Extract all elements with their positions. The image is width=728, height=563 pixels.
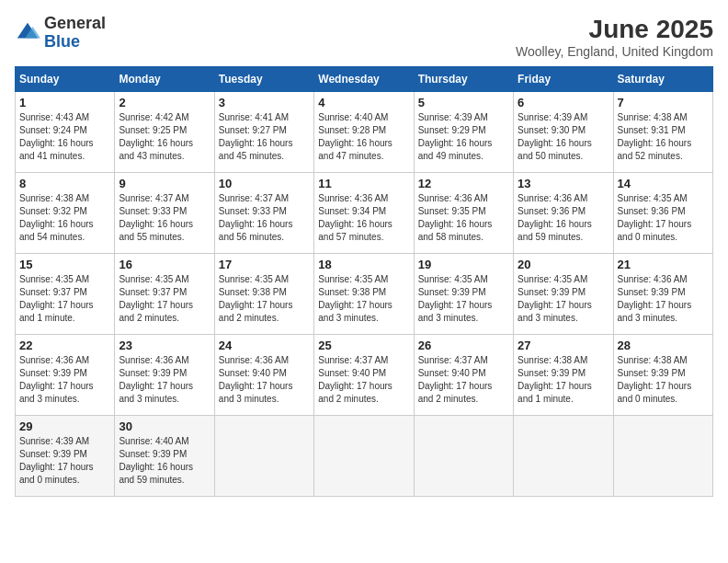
day-number: 10 — [219, 177, 310, 190]
calendar-cell: 13Sunrise: 4:36 AM Sunset: 9:36 PM Dayli… — [514, 173, 613, 254]
day-info: Sunrise: 4:38 AM Sunset: 9:32 PM Dayligh… — [19, 192, 110, 244]
day-info: Sunrise: 4:39 AM Sunset: 9:39 PM Dayligh… — [19, 435, 110, 487]
day-header-monday: Monday — [115, 67, 214, 92]
day-info: Sunrise: 4:35 AM Sunset: 9:37 PM Dayligh… — [19, 273, 110, 325]
day-info: Sunrise: 4:43 AM Sunset: 9:24 PM Dayligh… — [19, 111, 110, 163]
day-info: Sunrise: 4:36 AM Sunset: 9:39 PM Dayligh… — [19, 354, 110, 406]
day-number: 23 — [119, 339, 210, 352]
logo-general: General — [44, 15, 106, 33]
logo-icon — [15, 20, 40, 46]
day-number: 16 — [119, 258, 210, 271]
day-info: Sunrise: 4:37 AM Sunset: 9:40 PM Dayligh… — [318, 354, 409, 406]
day-number: 3 — [219, 96, 310, 109]
day-number: 12 — [418, 177, 509, 190]
day-info: Sunrise: 4:41 AM Sunset: 9:27 PM Dayligh… — [219, 111, 310, 163]
calendar-week-1: 1Sunrise: 4:43 AM Sunset: 9:24 PM Daylig… — [16, 92, 713, 173]
day-number: 1 — [19, 96, 110, 109]
day-info: Sunrise: 4:35 AM Sunset: 9:38 PM Dayligh… — [318, 273, 409, 325]
calendar-cell: 23Sunrise: 4:36 AM Sunset: 9:39 PM Dayli… — [115, 335, 214, 416]
day-number: 4 — [318, 96, 409, 109]
calendar-cell: 6Sunrise: 4:39 AM Sunset: 9:30 PM Daylig… — [514, 92, 613, 173]
calendar-table: SundayMondayTuesdayWednesdayThursdayFrid… — [15, 66, 713, 497]
day-info: Sunrise: 4:35 AM Sunset: 9:39 PM Dayligh… — [518, 273, 609, 325]
calendar-cell: 18Sunrise: 4:35 AM Sunset: 9:38 PM Dayli… — [314, 254, 414, 335]
day-info: Sunrise: 4:36 AM Sunset: 9:39 PM Dayligh… — [618, 273, 709, 325]
logo-blue: Blue — [44, 33, 106, 52]
day-info: Sunrise: 4:40 AM Sunset: 9:39 PM Dayligh… — [119, 435, 210, 487]
calendar-week-3: 15Sunrise: 4:35 AM Sunset: 9:37 PM Dayli… — [16, 254, 713, 335]
calendar-body: 1Sunrise: 4:43 AM Sunset: 9:24 PM Daylig… — [16, 92, 713, 497]
calendar-cell: 3Sunrise: 4:41 AM Sunset: 9:27 PM Daylig… — [214, 92, 313, 173]
day-number: 28 — [618, 339, 709, 352]
day-info: Sunrise: 4:35 AM Sunset: 9:38 PM Dayligh… — [219, 273, 310, 325]
calendar-cell — [613, 416, 712, 497]
day-info: Sunrise: 4:37 AM Sunset: 9:33 PM Dayligh… — [219, 192, 310, 244]
day-number: 8 — [19, 177, 110, 190]
page-header: General Blue June 2025 Woolley, England,… — [15, 15, 713, 59]
calendar-cell: 10Sunrise: 4:37 AM Sunset: 9:33 PM Dayli… — [214, 173, 313, 254]
calendar-cell: 1Sunrise: 4:43 AM Sunset: 9:24 PM Daylig… — [16, 92, 115, 173]
day-number: 7 — [618, 96, 709, 109]
calendar-week-2: 8Sunrise: 4:38 AM Sunset: 9:32 PM Daylig… — [16, 173, 713, 254]
calendar-cell: 4Sunrise: 4:40 AM Sunset: 9:28 PM Daylig… — [314, 92, 414, 173]
day-number: 29 — [19, 419, 110, 433]
day-header-wednesday: Wednesday — [314, 67, 414, 92]
day-header-saturday: Saturday — [613, 67, 712, 92]
day-info: Sunrise: 4:36 AM Sunset: 9:36 PM Dayligh… — [518, 192, 609, 244]
day-number: 22 — [19, 339, 110, 352]
calendar-cell: 29Sunrise: 4:39 AM Sunset: 9:39 PM Dayli… — [16, 416, 115, 497]
day-number: 19 — [418, 258, 509, 271]
calendar-cell: 16Sunrise: 4:35 AM Sunset: 9:37 PM Dayli… — [115, 254, 214, 335]
calendar-cell: 30Sunrise: 4:40 AM Sunset: 9:39 PM Dayli… — [115, 416, 214, 497]
day-info: Sunrise: 4:38 AM Sunset: 9:31 PM Dayligh… — [618, 111, 709, 163]
calendar-cell: 5Sunrise: 4:39 AM Sunset: 9:29 PM Daylig… — [414, 92, 513, 173]
day-info: Sunrise: 4:36 AM Sunset: 9:39 PM Dayligh… — [119, 354, 210, 406]
day-number: 15 — [19, 258, 110, 271]
calendar-cell — [214, 416, 313, 497]
calendar-cell: 11Sunrise: 4:36 AM Sunset: 9:34 PM Dayli… — [314, 173, 414, 254]
day-number: 30 — [119, 419, 210, 433]
day-info: Sunrise: 4:42 AM Sunset: 9:25 PM Dayligh… — [119, 111, 210, 163]
day-info: Sunrise: 4:36 AM Sunset: 9:34 PM Dayligh… — [318, 192, 409, 244]
day-number: 26 — [418, 339, 509, 352]
calendar-header: SundayMondayTuesdayWednesdayThursdayFrid… — [16, 67, 713, 92]
day-number: 25 — [318, 339, 409, 352]
title-block: June 2025 Woolley, England, United Kingd… — [516, 15, 713, 59]
day-info: Sunrise: 4:39 AM Sunset: 9:29 PM Dayligh… — [418, 111, 509, 163]
calendar-week-5: 29Sunrise: 4:39 AM Sunset: 9:39 PM Dayli… — [16, 416, 713, 497]
day-number: 13 — [518, 177, 609, 190]
calendar-cell: 21Sunrise: 4:36 AM Sunset: 9:39 PM Dayli… — [613, 254, 712, 335]
calendar-cell: 28Sunrise: 4:38 AM Sunset: 9:39 PM Dayli… — [613, 335, 712, 416]
day-number: 17 — [219, 258, 310, 271]
calendar-cell — [314, 416, 414, 497]
day-header-friday: Friday — [514, 67, 613, 92]
day-number: 18 — [318, 258, 409, 271]
calendar-week-4: 22Sunrise: 4:36 AM Sunset: 9:39 PM Dayli… — [16, 335, 713, 416]
calendar-cell: 24Sunrise: 4:36 AM Sunset: 9:40 PM Dayli… — [214, 335, 313, 416]
calendar-cell: 17Sunrise: 4:35 AM Sunset: 9:38 PM Dayli… — [214, 254, 313, 335]
day-number: 5 — [418, 96, 509, 109]
calendar-cell: 15Sunrise: 4:35 AM Sunset: 9:37 PM Dayli… — [16, 254, 115, 335]
location: Woolley, England, United Kingdom — [516, 44, 713, 59]
day-info: Sunrise: 4:35 AM Sunset: 9:36 PM Dayligh… — [618, 192, 709, 244]
calendar-cell: 19Sunrise: 4:35 AM Sunset: 9:39 PM Dayli… — [414, 254, 513, 335]
day-info: Sunrise: 4:35 AM Sunset: 9:37 PM Dayligh… — [119, 273, 210, 325]
day-header-thursday: Thursday — [414, 67, 513, 92]
day-info: Sunrise: 4:37 AM Sunset: 9:40 PM Dayligh… — [418, 354, 509, 406]
day-number: 14 — [618, 177, 709, 190]
day-number: 20 — [518, 258, 609, 271]
calendar-cell: 25Sunrise: 4:37 AM Sunset: 9:40 PM Dayli… — [314, 335, 414, 416]
day-number: 2 — [119, 96, 210, 109]
day-info: Sunrise: 4:39 AM Sunset: 9:30 PM Dayligh… — [518, 111, 609, 163]
calendar-cell: 27Sunrise: 4:38 AM Sunset: 9:39 PM Dayli… — [514, 335, 613, 416]
calendar-cell: 14Sunrise: 4:35 AM Sunset: 9:36 PM Dayli… — [613, 173, 712, 254]
month-title: June 2025 — [516, 15, 713, 44]
calendar-cell: 9Sunrise: 4:37 AM Sunset: 9:33 PM Daylig… — [115, 173, 214, 254]
day-header-sunday: Sunday — [16, 67, 115, 92]
logo: General Blue — [15, 15, 106, 52]
calendar-cell — [514, 416, 613, 497]
day-info: Sunrise: 4:35 AM Sunset: 9:39 PM Dayligh… — [418, 273, 509, 325]
calendar-cell: 8Sunrise: 4:38 AM Sunset: 9:32 PM Daylig… — [16, 173, 115, 254]
day-info: Sunrise: 4:38 AM Sunset: 9:39 PM Dayligh… — [518, 354, 609, 406]
calendar-cell: 2Sunrise: 4:42 AM Sunset: 9:25 PM Daylig… — [115, 92, 214, 173]
